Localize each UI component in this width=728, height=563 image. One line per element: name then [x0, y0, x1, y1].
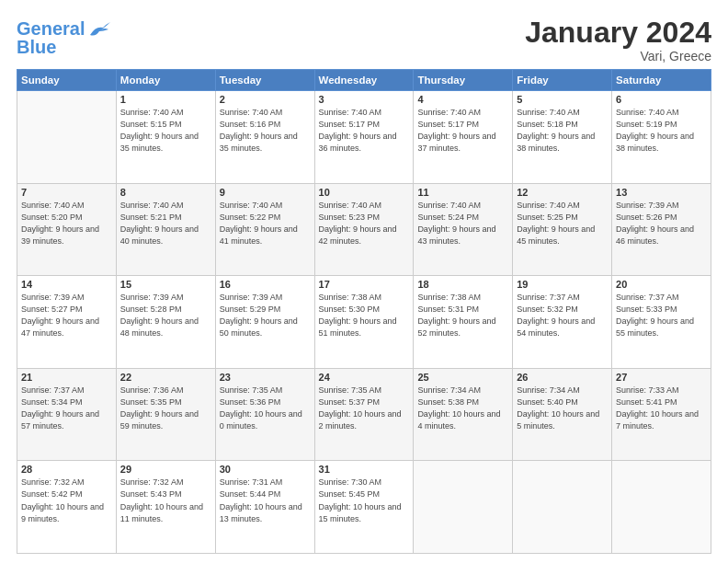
- day-info: Sunrise: 7:40 AMSunset: 5:23 PMDaylight:…: [319, 200, 410, 247]
- day-number: 15: [120, 279, 211, 290]
- day-info: Sunrise: 7:31 AMSunset: 5:44 PMDaylight:…: [220, 477, 311, 524]
- calendar-cell: 30 Sunrise: 7:31 AMSunset: 5:44 PMDaylig…: [215, 461, 314, 554]
- calendar-cell: 1 Sunrise: 7:40 AMSunset: 5:15 PMDayligh…: [116, 91, 215, 184]
- day-number: 5: [517, 94, 608, 105]
- day-info: Sunrise: 7:32 AMSunset: 5:43 PMDaylight:…: [120, 477, 211, 524]
- calendar-cell: 31 Sunrise: 7:30 AMSunset: 5:45 PMDaylig…: [314, 461, 414, 554]
- weekday-header-monday: Monday: [116, 70, 215, 91]
- day-number: 10: [319, 187, 410, 198]
- day-number: 2: [220, 94, 311, 105]
- day-number: 22: [120, 372, 211, 383]
- day-number: 25: [417, 372, 508, 383]
- day-info: Sunrise: 7:40 AMSunset: 5:15 PMDaylight:…: [120, 107, 211, 155]
- day-info: Sunrise: 7:39 AMSunset: 5:27 PMDaylight:…: [21, 292, 112, 339]
- calendar-cell: [17, 91, 117, 184]
- calendar-week-4: 21 Sunrise: 7:37 AMSunset: 5:34 PMDaylig…: [17, 368, 711, 461]
- day-info: Sunrise: 7:37 AMSunset: 5:32 PMDaylight:…: [517, 292, 608, 339]
- day-number: 23: [220, 372, 311, 383]
- day-info: Sunrise: 7:37 AMSunset: 5:34 PMDaylight:…: [21, 385, 112, 432]
- day-number: 26: [517, 372, 608, 383]
- day-info: Sunrise: 7:40 AMSunset: 5:17 PMDaylight:…: [417, 107, 508, 155]
- calendar-cell: 2 Sunrise: 7:40 AMSunset: 5:16 PMDayligh…: [215, 91, 314, 184]
- day-info: Sunrise: 7:36 AMSunset: 5:35 PMDaylight:…: [120, 385, 211, 432]
- calendar-cell: 21 Sunrise: 7:37 AMSunset: 5:34 PMDaylig…: [17, 368, 117, 461]
- day-info: Sunrise: 7:40 AMSunset: 5:17 PMDaylight:…: [319, 107, 410, 155]
- day-number: 30: [220, 464, 311, 475]
- day-info: Sunrise: 7:30 AMSunset: 5:45 PMDaylight:…: [319, 477, 410, 524]
- calendar-cell: 14 Sunrise: 7:39 AMSunset: 5:27 PMDaylig…: [17, 276, 117, 369]
- weekday-header-friday: Friday: [513, 70, 612, 91]
- calendar-cell: 13 Sunrise: 7:39 AMSunset: 5:26 PMDaylig…: [612, 183, 711, 276]
- calendar-cell: 9 Sunrise: 7:40 AMSunset: 5:22 PMDayligh…: [215, 183, 314, 276]
- calendar-cell: [414, 461, 513, 554]
- calendar-cell: 7 Sunrise: 7:40 AMSunset: 5:20 PMDayligh…: [17, 183, 117, 276]
- day-number: 12: [517, 187, 608, 198]
- day-number: 3: [319, 94, 410, 105]
- day-number: 18: [417, 279, 508, 290]
- calendar-cell: 17 Sunrise: 7:38 AMSunset: 5:30 PMDaylig…: [314, 276, 414, 369]
- day-info: Sunrise: 7:40 AMSunset: 5:21 PMDaylight:…: [120, 200, 211, 247]
- day-number: 6: [616, 94, 707, 105]
- day-number: 8: [120, 187, 211, 198]
- month-title: January 2024: [525, 17, 711, 49]
- calendar-cell: 23 Sunrise: 7:35 AMSunset: 5:36 PMDaylig…: [215, 368, 314, 461]
- calendar-cell: 20 Sunrise: 7:37 AMSunset: 5:33 PMDaylig…: [612, 276, 711, 369]
- title-block: January 2024 Vari, Greece: [525, 17, 711, 63]
- day-number: 27: [616, 372, 707, 383]
- calendar-cell: 29 Sunrise: 7:32 AMSunset: 5:43 PMDaylig…: [116, 461, 215, 554]
- calendar-cell: 28 Sunrise: 7:32 AMSunset: 5:42 PMDaylig…: [17, 461, 117, 554]
- weekday-header-wednesday: Wednesday: [314, 70, 414, 91]
- day-number: 29: [120, 464, 211, 475]
- day-info: Sunrise: 7:39 AMSunset: 5:29 PMDaylight:…: [220, 292, 311, 339]
- day-number: 28: [21, 464, 112, 475]
- day-info: Sunrise: 7:40 AMSunset: 5:19 PMDaylight:…: [616, 107, 707, 155]
- calendar-cell: 27 Sunrise: 7:33 AMSunset: 5:41 PMDaylig…: [612, 368, 711, 461]
- calendar-week-3: 14 Sunrise: 7:39 AMSunset: 5:27 PMDaylig…: [17, 276, 711, 369]
- weekday-header-row: SundayMondayTuesdayWednesdayThursdayFrid…: [17, 70, 711, 91]
- calendar-cell: 25 Sunrise: 7:34 AMSunset: 5:38 PMDaylig…: [414, 368, 513, 461]
- day-number: 21: [21, 372, 112, 383]
- location: Vari, Greece: [525, 49, 711, 63]
- calendar-week-5: 28 Sunrise: 7:32 AMSunset: 5:42 PMDaylig…: [17, 461, 711, 554]
- day-number: 4: [417, 94, 508, 105]
- day-info: Sunrise: 7:40 AMSunset: 5:25 PMDaylight:…: [517, 200, 608, 247]
- day-info: Sunrise: 7:40 AMSunset: 5:20 PMDaylight:…: [21, 200, 112, 247]
- calendar-cell: [612, 461, 711, 554]
- header: General Blue January 2024 Vari, Greece: [17, 17, 711, 63]
- day-info: Sunrise: 7:38 AMSunset: 5:30 PMDaylight:…: [319, 292, 410, 339]
- calendar-cell: 22 Sunrise: 7:36 AMSunset: 5:35 PMDaylig…: [116, 368, 215, 461]
- day-info: Sunrise: 7:39 AMSunset: 5:28 PMDaylight:…: [120, 292, 211, 339]
- day-number: 7: [21, 187, 112, 198]
- day-number: 11: [417, 187, 508, 198]
- weekday-header-sunday: Sunday: [17, 70, 117, 91]
- day-info: Sunrise: 7:34 AMSunset: 5:40 PMDaylight:…: [517, 385, 608, 432]
- day-info: Sunrise: 7:40 AMSunset: 5:18 PMDaylight:…: [517, 107, 608, 155]
- calendar-cell: 11 Sunrise: 7:40 AMSunset: 5:24 PMDaylig…: [414, 183, 513, 276]
- weekday-header-saturday: Saturday: [612, 70, 711, 91]
- calendar-cell: 26 Sunrise: 7:34 AMSunset: 5:40 PMDaylig…: [513, 368, 612, 461]
- calendar-cell: 15 Sunrise: 7:39 AMSunset: 5:28 PMDaylig…: [116, 276, 215, 369]
- day-info: Sunrise: 7:35 AMSunset: 5:36 PMDaylight:…: [220, 385, 311, 432]
- calendar-week-2: 7 Sunrise: 7:40 AMSunset: 5:20 PMDayligh…: [17, 183, 711, 276]
- calendar-page: General Blue January 2024 Vari, Greece S…: [0, 0, 728, 563]
- day-info: Sunrise: 7:40 AMSunset: 5:24 PMDaylight:…: [417, 200, 508, 247]
- calendar-cell: 8 Sunrise: 7:40 AMSunset: 5:21 PMDayligh…: [116, 183, 215, 276]
- calendar-cell: 10 Sunrise: 7:40 AMSunset: 5:23 PMDaylig…: [314, 183, 414, 276]
- logo: General Blue: [17, 17, 112, 57]
- day-info: Sunrise: 7:38 AMSunset: 5:31 PMDaylight:…: [417, 292, 508, 339]
- logo-bird-icon: [86, 18, 112, 40]
- calendar-cell: 6 Sunrise: 7:40 AMSunset: 5:19 PMDayligh…: [612, 91, 711, 184]
- calendar-cell: 18 Sunrise: 7:38 AMSunset: 5:31 PMDaylig…: [414, 276, 513, 369]
- weekday-header-thursday: Thursday: [414, 70, 513, 91]
- calendar-cell: 12 Sunrise: 7:40 AMSunset: 5:25 PMDaylig…: [513, 183, 612, 276]
- day-info: Sunrise: 7:32 AMSunset: 5:42 PMDaylight:…: [21, 477, 112, 524]
- day-info: Sunrise: 7:37 AMSunset: 5:33 PMDaylight:…: [616, 292, 707, 339]
- calendar-table: SundayMondayTuesdayWednesdayThursdayFrid…: [17, 69, 711, 554]
- day-number: 13: [616, 187, 707, 198]
- day-info: Sunrise: 7:40 AMSunset: 5:22 PMDaylight:…: [220, 200, 311, 247]
- day-number: 9: [220, 187, 311, 198]
- calendar-cell: 3 Sunrise: 7:40 AMSunset: 5:17 PMDayligh…: [314, 91, 414, 184]
- day-number: 16: [220, 279, 311, 290]
- day-number: 20: [616, 279, 707, 290]
- weekday-header-tuesday: Tuesday: [215, 70, 314, 91]
